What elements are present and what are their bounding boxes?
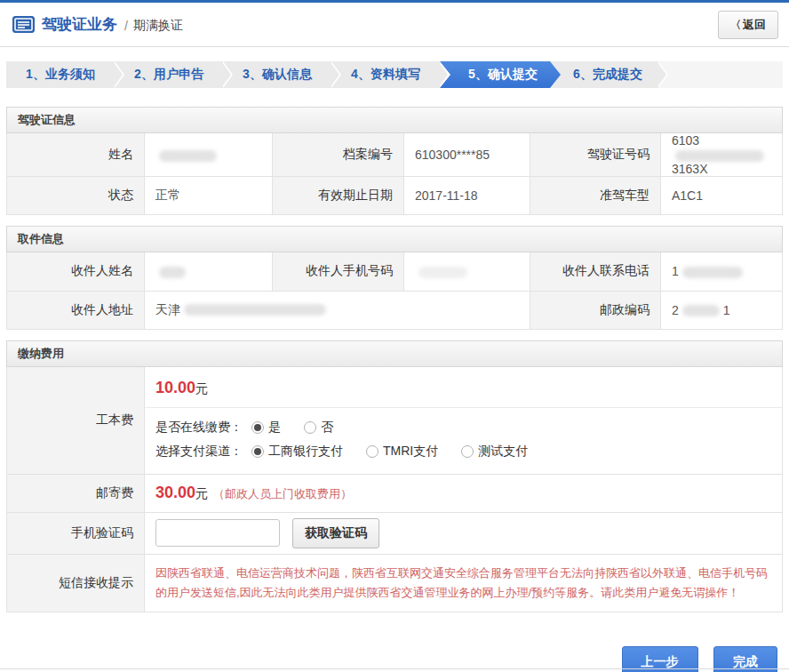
pickup-info-table: 收件人姓名 收件人手机号码 收件人联系电话 1 收件人地址 天津 邮政编码 21 [6,252,783,330]
fees-section: 缴纳费用 工本费 10.00元 是否在线缴费： 是 否 选择支付渠道： 工商银行… [6,340,783,612]
table-row: 收件人地址 天津 邮政编码 21 [7,291,783,329]
redacted-mobile-blur [418,267,467,278]
production-fee-label: 工本费 [7,367,145,475]
postcode-value: 21 [661,291,783,329]
sms-code-label: 手机验证码 [7,512,145,554]
step-progress-bar: 1、业务须知 2、用户申告 3、确认信息 4、资料填写 5、确认提交 6、完成提… [6,61,783,88]
recipient-phone-label: 收件人联系电话 [530,252,661,291]
postcode-label: 邮政编码 [530,291,661,329]
back-button[interactable]: 〈返回 [718,11,778,39]
vehicle-type-label: 准驾车型 [530,177,661,215]
file-no-value: 610300****85 [404,133,530,177]
production-fee-cell: 10.00元 是否在线缴费： 是 否 选择支付渠道： 工商银行支付 TMRI支付… [145,367,783,475]
breadcrumb-separator: / [124,19,128,33]
pickup-section-title: 取件信息 [6,226,783,252]
recipient-mobile-value [404,252,530,291]
step-3-confirm-info: 3、确认信息 [223,61,331,88]
redacted-postcode-blur [682,305,720,316]
table-row: 姓名 档案编号 610300****85 驾驶证号码 61033163X [7,133,783,177]
license-info-table: 姓名 档案编号 610300****85 驾驶证号码 61033163X 状态 … [6,133,783,215]
name-label: 姓名 [7,133,145,177]
status-value: 正常 [145,177,273,215]
step-6-complete-submit: 6、完成提交 [550,61,658,88]
online-pay-no-option[interactable]: 否 [304,420,333,436]
name-value [145,133,273,177]
radio-unchecked-icon[interactable] [366,445,379,458]
expiry-value: 2017-11-18 [404,177,530,215]
sms-tip-text: 因陕西省联通、电信运营商技术问题，陕西省互联网交通安全综合服务管理平台无法向持陕… [145,555,782,612]
online-pay-label: 是否在线缴费： [155,420,243,436]
license-no-label: 驾驶证号码 [530,133,661,177]
step-2-user-declaration: 2、用户申告 [115,61,223,88]
page-header: 驾驶证业务 / 期满换证 〈返回 [0,3,789,47]
sms-code-cell: 获取验证码 [145,512,783,554]
table-row: 状态 正常 有效期止日期 2017-11-18 准驾车型 A1C1 [7,177,783,215]
redacted-phone-blur [682,267,743,278]
fees-section-title: 缴纳费用 [6,340,783,367]
channel-tmri-option[interactable]: TMRI支付 [366,444,438,460]
step-4-fill-data: 4、资料填写 [331,61,440,88]
radio-unchecked-icon[interactable] [304,421,316,434]
status-label: 状态 [7,177,145,215]
get-code-button[interactable]: 获取验证码 [292,518,379,548]
redacted-license-no-blur [675,150,764,162]
table-row: 收件人姓名 收件人手机号码 收件人联系电话 1 [7,252,783,291]
redacted-address-blur [184,304,326,316]
address-label: 收件人地址 [7,291,145,329]
license-section-title: 驾驶证信息 [6,107,783,133]
radio-checked-icon[interactable] [251,421,264,434]
license-card-icon [12,16,35,33]
mail-fee-label: 邮寄费 [7,474,145,512]
redacted-name-blur [159,150,217,162]
channel-test-option[interactable]: 测试支付 [461,444,528,460]
mail-fee-amount: 30.00 [155,484,195,501]
mail-fee-cell: 30.00元（邮政人员上门收取费用） [145,474,783,512]
sms-tip-cell: 因陕西省联通、电信运营商技术问题，陕西省互联网交通安全综合服务管理平台无法向持陕… [145,554,783,612]
table-row: 工本费 10.00元 是否在线缴费： 是 否 选择支付渠道： 工商银行支付 TM… [7,367,783,475]
page-title: 驾驶证业务 [42,14,117,35]
license-no-value: 61033163X [661,133,783,177]
radio-checked-icon[interactable] [251,445,264,458]
expiry-label: 有效期止日期 [273,177,404,215]
payment-options: 是否在线缴费： 是 否 选择支付渠道： 工商银行支付 TMRI支付 测试支付 [145,408,782,474]
pay-channel-line: 选择支付渠道： 工商银行支付 TMRI支付 测试支付 [155,440,771,464]
recipient-name-value [145,252,273,291]
fees-table: 工本费 10.00元 是否在线缴费： 是 否 选择支付渠道： 工商银行支付 TM… [6,367,783,612]
file-no-label: 档案编号 [273,133,404,177]
sms-tip-label: 短信接收提示 [7,554,145,612]
radio-unchecked-icon[interactable] [461,445,474,458]
breadcrumb-current: 期满换证 [133,18,183,34]
production-fee-amount-row: 10.00元 [145,367,782,408]
license-info-section: 驾驶证信息 姓名 档案编号 610300****85 驾驶证号码 6103316… [6,107,783,215]
address-value: 天津 [145,291,530,329]
channel-icbc-option[interactable]: 工商银行支付 [251,444,343,460]
currency-unit: 元 [195,381,208,396]
recipient-name-label: 收件人姓名 [7,252,145,291]
mail-fee-note: （邮政人员上门收取费用） [213,487,352,500]
table-row: 手机验证码 获取验证码 [7,512,783,554]
online-pay-yes-option[interactable]: 是 [251,420,281,436]
online-pay-line: 是否在线缴费： 是 否 [155,416,771,440]
table-row: 短信接收提示 因陕西省联通、电信运营商技术问题，陕西省互联网交通安全综合服务管理… [7,554,783,612]
back-chevron-icon: 〈 [730,19,741,31]
step-1-business-notice: 1、业务须知 [6,61,115,88]
step-5-confirm-submit-active: 5、确认提交 [440,61,561,88]
table-row: 邮寄费 30.00元（邮政人员上门收取费用） [7,474,783,512]
pay-channel-label: 选择支付渠道： [155,444,243,460]
recipient-mobile-label: 收件人手机号码 [273,252,404,291]
recipient-phone-value: 1 [661,252,783,291]
vehicle-type-value: A1C1 [661,177,783,215]
step-bar-filler [658,61,783,88]
currency-unit: 元 [195,486,208,500]
window-bottom-border [0,668,789,669]
production-fee-amount: 10.00 [155,379,195,396]
redacted-recipient-name-blur [159,267,186,278]
pickup-info-section: 取件信息 收件人姓名 收件人手机号码 收件人联系电话 1 收件人地址 天津 邮政… [6,226,783,330]
sms-code-input[interactable] [155,519,280,547]
